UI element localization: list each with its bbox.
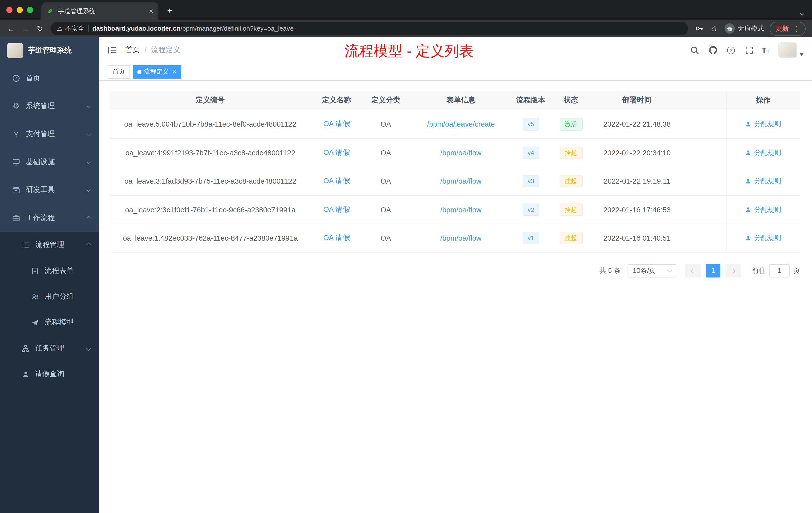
page-number-1[interactable]: 1 [706, 264, 720, 277]
briefcase-icon [11, 213, 21, 222]
screenshot-root: 芋道管理系统 × + ← → ↻ ⚠ 不安全 dashboard.yudao.i… [0, 0, 812, 513]
table-header-row: 定义编号 定义名称 定义分类 表单信息 流程版本 状态 部署时间 操作 [110, 91, 800, 110]
active-dot [137, 69, 142, 74]
back-icon[interactable]: ← [4, 22, 18, 35]
security-indicator[interactable]: ⚠ 不安全 [57, 24, 85, 33]
url-divider [88, 25, 89, 32]
goto-page-input[interactable] [769, 264, 790, 277]
window-minimize-button[interactable] [17, 7, 23, 13]
sidebar-item-process-model[interactable]: 流程模型 [0, 309, 99, 335]
reload-icon[interactable]: ↻ [33, 22, 47, 35]
breadcrumb-current: 流程定义 [151, 46, 180, 55]
chevron-up-icon [86, 243, 91, 247]
version-badge: v1 [522, 232, 539, 244]
form-link[interactable]: /bpm/oa/leave/create [427, 120, 495, 128]
sidebar-item-home[interactable]: 首页 [0, 64, 99, 92]
sidebar-collapse-icon[interactable] [108, 46, 117, 55]
assign-rule-button[interactable]: 分配规则 [745, 233, 781, 242]
cell-deploy-time: 2022-01-22 20:34:10 [593, 138, 681, 167]
browser-tab[interactable]: 芋道管理系统 × [41, 2, 158, 20]
definition-name-link[interactable]: OA 请假 [323, 176, 350, 184]
browser-tabstrip: 芋道管理系统 × + [0, 0, 812, 20]
tag-process-definition[interactable]: 流程定义 × [133, 65, 181, 79]
sidebar-header: 芋道管理系统 [0, 37, 99, 64]
key-icon[interactable] [695, 24, 704, 33]
assign-rule-button[interactable]: 分配规则 [745, 119, 781, 128]
sidebar-item-leave-query[interactable]: 请假查询 [0, 361, 99, 387]
table-row: oa_leave:4:991f2193-7b7f-11ec-a3c8-acde4… [110, 138, 800, 167]
bookmark-star-icon[interactable]: ☆ [709, 24, 719, 33]
sidebar-item-process-form[interactable]: 流程表单 [0, 258, 99, 283]
status-badge: 挂起 [560, 203, 582, 216]
yen-icon: ¥ [11, 129, 21, 139]
user-menu[interactable] [778, 42, 804, 58]
sidebar-item-workflow[interactable]: 工作流程 [0, 204, 99, 232]
forward-icon[interactable]: → [19, 22, 32, 35]
tab-close-icon[interactable]: × [149, 7, 153, 14]
address-bar[interactable]: ⚠ 不安全 dashboard.yudao.iocoder.cn/bpm/man… [51, 22, 688, 35]
incognito-icon [724, 23, 735, 34]
search-icon[interactable] [689, 44, 700, 56]
next-page-button[interactable] [726, 264, 741, 277]
breadcrumb-home[interactable]: 首页 [125, 46, 140, 55]
tags-view-bar: 首页 流程定义 × [99, 63, 812, 81]
cell-definition-id: oa_leave:5:004b710b-7b8a-11ec-8ef0-acde4… [110, 110, 311, 138]
tag-close-icon[interactable]: × [173, 68, 176, 75]
url-path: /bpm/manager/definition?key=oa_leave [180, 25, 294, 32]
sidebar-item-system-management[interactable]: ⚙ 系统管理 [0, 92, 99, 120]
update-button[interactable]: 更新 ⋮ [770, 22, 806, 36]
user-icon [745, 206, 752, 213]
assign-rule-button[interactable]: 分配规则 [745, 176, 781, 185]
tag-home[interactable]: 首页 [108, 65, 129, 79]
sidebar-item-payment-management[interactable]: ¥ 支付管理 [0, 120, 99, 148]
new-tab-button[interactable]: + [163, 3, 177, 18]
definition-name-link[interactable]: OA 请假 [323, 119, 350, 127]
pagination: 共 5 条 10条/页 1 前往 页 [110, 264, 800, 277]
chevron-down-icon [86, 104, 91, 109]
avatar[interactable] [778, 42, 797, 58]
total-count: 共 5 条 [599, 266, 620, 275]
github-icon[interactable] [707, 44, 719, 56]
form-link[interactable]: /bpm/oa/flow [440, 234, 482, 242]
sidebar-item-user-group[interactable]: 用户分组 [0, 283, 99, 309]
cell-category: OA [362, 138, 409, 167]
window-close-button[interactable] [6, 7, 12, 13]
chevron-down-icon [667, 268, 672, 272]
chevron-up-icon [86, 216, 91, 220]
sidebar-item-infrastructure[interactable]: 基础设施 [0, 148, 99, 176]
assign-rule-button[interactable]: 分配规则 [745, 205, 781, 214]
sidebar-item-task-management[interactable]: 任务管理 [0, 336, 99, 361]
sidebar-item-process-management[interactable]: 流程管理 [0, 232, 99, 258]
table-row: oa_leave:2:3c1f0ef1-76b1-11ec-9c66-a2380… [110, 195, 800, 223]
document-icon [30, 266, 39, 275]
font-size-icon[interactable]: TT [761, 47, 770, 54]
col-status: 状态 [549, 91, 593, 110]
col-process-version: 流程版本 [513, 91, 549, 110]
col-deploy-time: 部署时间 [593, 91, 681, 110]
sidebar-item-dev-tools[interactable]: 研发工具 [0, 176, 99, 204]
tree-icon [21, 344, 30, 353]
form-link[interactable]: /bpm/oa/flow [440, 148, 482, 157]
window-zoom-button[interactable] [27, 7, 33, 13]
list-icon [21, 240, 30, 249]
app-logo [7, 43, 23, 58]
definition-name-link[interactable]: OA 请假 [323, 205, 350, 213]
user-icon [745, 235, 752, 241]
tab-title: 芋道管理系统 [58, 6, 145, 15]
assign-rule-button[interactable]: 分配规则 [745, 148, 781, 157]
page-unit-label: 页 [793, 266, 800, 275]
form-link[interactable]: /bpm/oa/flow [440, 205, 482, 214]
browser-menu-icon[interactable]: ⋮ [793, 25, 800, 32]
table-row: oa_leave:1:482ec033-762a-11ec-8477-a2380… [110, 223, 800, 252]
page-size-select[interactable]: 10条/页 [628, 264, 676, 277]
tabstrip-chevron-down-icon[interactable] [801, 8, 804, 17]
form-link[interactable]: /bpm/oa/flow [440, 177, 482, 185]
fullscreen-icon[interactable] [744, 44, 755, 56]
prev-page-button[interactable] [685, 264, 701, 277]
annotation-overlay: 流程模型 - 定义列表 [345, 41, 473, 61]
definition-name-link[interactable]: OA 请假 [323, 233, 350, 241]
toolbox-icon [11, 185, 21, 194]
help-icon[interactable]: ? [725, 44, 737, 56]
cell-deploy-time: 2022-01-16 17:46:53 [593, 195, 681, 223]
definition-name-link[interactable]: OA 请假 [323, 148, 350, 156]
